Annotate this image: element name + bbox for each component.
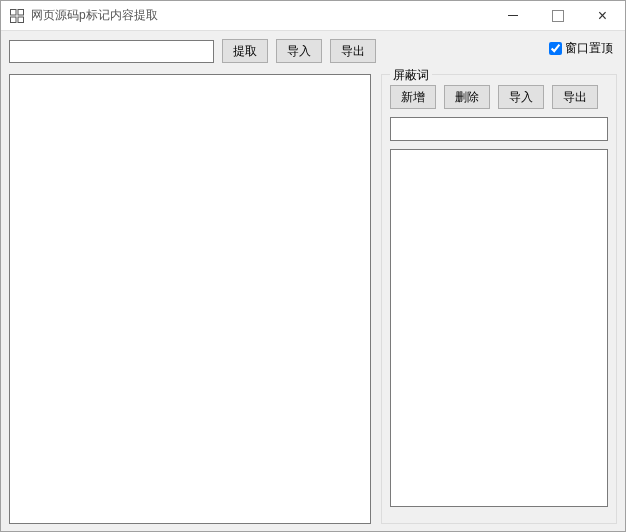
client-area: 提取 导入 导出 窗口置顶 屏蔽词 新增 删除 导入 导出 xyxy=(1,31,625,532)
window-title: 网页源码p标记内容提取 xyxy=(31,7,158,24)
blocklist-import-button[interactable]: 导入 xyxy=(498,85,544,109)
left-pane xyxy=(9,74,371,524)
titlebar: 网页源码p标记内容提取 × xyxy=(1,1,625,31)
output-textarea[interactable] xyxy=(9,74,371,524)
app-window: 网页源码p标记内容提取 × 提取 导入 导出 窗口置顶 屏蔽词 新 xyxy=(0,0,626,532)
blocklist-input[interactable] xyxy=(390,117,608,141)
body-row: 屏蔽词 新增 删除 导入 导出 xyxy=(9,74,617,524)
extract-button[interactable]: 提取 xyxy=(222,39,268,63)
blocklist-delete-button[interactable]: 删除 xyxy=(444,85,490,109)
always-on-top-input[interactable] xyxy=(549,42,562,55)
maximize-button[interactable] xyxy=(535,1,580,31)
blocklist-legend: 屏蔽词 xyxy=(390,67,432,84)
right-pane: 屏蔽词 新增 删除 导入 导出 xyxy=(381,74,617,524)
minimize-button[interactable] xyxy=(490,1,535,31)
import-button[interactable]: 导入 xyxy=(276,39,322,63)
blocklist-add-button[interactable]: 新增 xyxy=(390,85,436,109)
blocklist-export-button[interactable]: 导出 xyxy=(552,85,598,109)
always-on-top-label: 窗口置顶 xyxy=(565,40,613,57)
app-icon xyxy=(9,8,25,24)
top-toolbar: 提取 导入 导出 xyxy=(9,38,617,64)
always-on-top-checkbox[interactable]: 窗口置顶 xyxy=(549,40,613,57)
svg-rect-3 xyxy=(18,17,24,23)
close-button[interactable]: × xyxy=(580,1,625,31)
svg-rect-2 xyxy=(11,17,17,23)
blocklist-listbox[interactable] xyxy=(390,149,608,507)
blocklist-group: 屏蔽词 新增 删除 导入 导出 xyxy=(381,74,617,524)
svg-rect-0 xyxy=(11,9,17,15)
svg-rect-1 xyxy=(18,9,24,15)
blocklist-toolbar: 新增 删除 导入 导出 xyxy=(390,85,608,109)
source-input[interactable] xyxy=(9,40,214,63)
export-button[interactable]: 导出 xyxy=(330,39,376,63)
